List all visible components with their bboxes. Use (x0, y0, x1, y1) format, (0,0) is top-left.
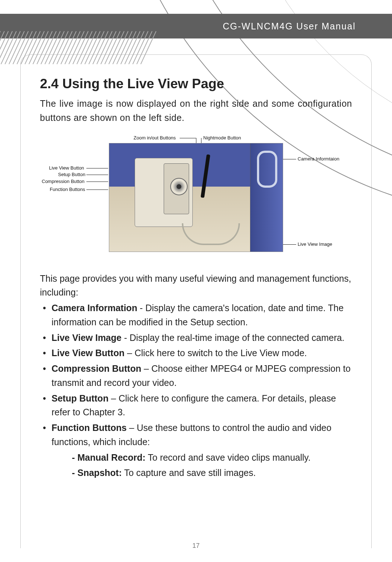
sub-feature-item: - Manual Record: To record and save vide… (72, 451, 352, 465)
label-liveview-image: Live View Image (298, 241, 332, 247)
label-liveview-btn: Live View Button (49, 165, 84, 171)
camera-side-view (250, 143, 283, 252)
feature-item: Function Buttons – Use these buttons to … (42, 421, 352, 449)
feature-desc: Display the real-time image of the conne… (130, 333, 344, 343)
feature-term: Live View Button (52, 348, 124, 358)
doc-title: CG-WLNCM4G User Manual (223, 21, 356, 32)
camera-antenna (201, 154, 211, 197)
callout-line (86, 175, 108, 175)
feature-term: Setup Button (52, 393, 109, 403)
section-intro: The live image is now displayed on the r… (40, 97, 352, 125)
feature-term: Compression Button (52, 363, 141, 374)
feature-desc: Click here to switch to the Live View mo… (135, 348, 307, 358)
feature-term: Camera Information (52, 303, 137, 313)
callout-line (180, 138, 196, 138)
liveview-diagram: Zoom in/out Buttons Nightmode Button Cam… (40, 138, 352, 258)
feature-sep: – (141, 363, 151, 374)
feature-sep: – (127, 423, 137, 433)
section-heading: 2.4 Using the Live View Page (40, 76, 352, 91)
feature-sep: – (124, 348, 135, 358)
page-content: 2.4 Using the Live View Page The live im… (40, 76, 352, 481)
page-number: 17 (0, 542, 392, 550)
body-lead: This page provides you with many useful … (40, 272, 352, 300)
sub-feature-item: - Snapshot: To capture and save still im… (72, 466, 352, 480)
sub-feature-list: - Manual Record: To record and save vide… (40, 451, 352, 480)
sub-feature-term: - Snapshot: (72, 468, 122, 478)
callout-line (86, 190, 108, 190)
feature-item: Live View Image - Display the real-time … (42, 331, 352, 345)
callout-line (86, 182, 108, 182)
feature-term: Function Buttons (52, 423, 127, 433)
feature-item: Compression Button – Choose either MPEG4… (42, 362, 352, 390)
label-function-btns: Function Buttons (50, 187, 85, 192)
sub-feature-desc: To capture and save still images. (122, 468, 256, 478)
label-setup-btn: Setup Button (58, 172, 85, 177)
header-band: CG-WLNCM4G User Manual (0, 14, 392, 38)
feature-item: Setup Button – Click here to configure t… (42, 391, 352, 420)
feature-item: Live View Button – Click here to switch … (42, 346, 352, 360)
sub-feature-term: - Manual Record: (72, 452, 146, 463)
feature-term: Live View Image (52, 333, 122, 343)
camera-photo (109, 143, 283, 252)
feature-sep: - (122, 333, 130, 343)
label-camera-info: Camera Informtaion (298, 156, 339, 162)
feature-sep: - (137, 303, 145, 313)
camera-stand (182, 223, 240, 245)
sub-feature-desc: To record and save video clips manually. (146, 452, 311, 463)
feature-list: Camera Information - Display the camera'… (40, 301, 352, 449)
body-text: This page provides you with many useful … (40, 272, 352, 480)
feature-item: Camera Information - Display the camera'… (42, 301, 352, 329)
label-compression-btn: Compression Button (42, 179, 85, 184)
camera-lens (170, 178, 188, 195)
callout-line (86, 168, 108, 168)
feature-sep: – (109, 393, 119, 403)
label-zoom: Zoom in/out Buttons (134, 135, 176, 140)
label-nightmode: Nightmode Button (203, 135, 241, 140)
